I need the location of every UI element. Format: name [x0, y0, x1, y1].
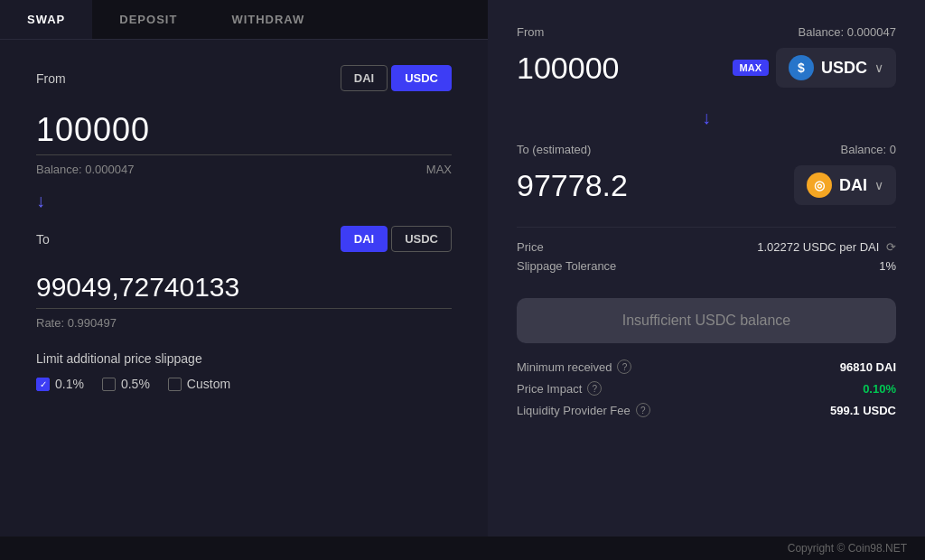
to-usdc-token-button[interactable]: USDC: [391, 226, 452, 252]
slippage-05-option[interactable]: 0.5%: [102, 377, 150, 391]
right-from-amount: 100000: [517, 51, 619, 86]
chevron-down-icon-to: ∨: [874, 178, 883, 192]
price-impact-help-icon[interactable]: ?: [587, 381, 602, 396]
right-from-label: From: [517, 25, 544, 39]
copyright: Copyright © Coin98.NET: [0, 537, 925, 560]
lp-fee-label: Liquidity Provider Fee: [517, 404, 631, 417]
slippage-01-checkbox[interactable]: [36, 378, 50, 391]
max-button[interactable]: MAX: [426, 163, 452, 176]
price-value: 1.02272 USDC per DAI ⟳: [757, 240, 896, 254]
refresh-icon[interactable]: ⟳: [886, 240, 896, 254]
slippage-title: Limit additional price slippage: [36, 351, 452, 366]
to-token-buttons: DAI USDC: [341, 226, 452, 252]
right-panel: From Balance: 0.000047 100000 MAX $ USDC…: [488, 0, 925, 537]
price-label: Price: [517, 240, 544, 254]
to-amount: 99049,72740133: [36, 263, 452, 309]
right-balance-to-display: Balance: 0: [841, 143, 896, 156]
slippage-section: Limit additional price slippage 0.1% 0.5…: [36, 351, 452, 391]
min-received-label: Minimum received: [517, 360, 612, 374]
lp-fee-row: Liquidity Provider Fee ? 599.1 USDC: [517, 403, 896, 417]
right-token-from-name: USDC: [821, 59, 867, 78]
balance-display: Balance: 0.000047: [36, 163, 134, 176]
min-received-value: 96810 DAI: [840, 360, 896, 374]
slippage-custom-label: Custom: [187, 377, 230, 391]
lp-fee-value: 599.1 USDC: [830, 404, 896, 417]
min-received-row: Minimum received ? 96810 DAI: [517, 359, 896, 374]
from-token-buttons: DAI USDC: [341, 65, 452, 91]
tab-deposit[interactable]: DEPOSIT: [92, 0, 204, 39]
divider: [517, 227, 896, 228]
min-received-help-icon[interactable]: ?: [617, 359, 631, 374]
slippage-05-label: 0.5%: [121, 377, 150, 391]
left-panel: SWAP DEPOSIT WITHDRAW From DAI USDC 1000…: [0, 0, 488, 537]
dai-icon: ◎: [807, 173, 832, 198]
from-label: From: [36, 71, 66, 86]
right-to-label: To (estimated): [517, 143, 591, 156]
right-to-amount: 97778.2: [517, 168, 628, 203]
swap-direction-arrow[interactable]: ↓: [36, 191, 452, 211]
right-balance-display: Balance: 0.000047: [799, 25, 896, 39]
lp-fee-help-icon[interactable]: ?: [636, 403, 650, 417]
details-section: Minimum received ? 96810 DAI Price Impac…: [517, 359, 896, 425]
slippage-01-label: 0.1%: [55, 377, 84, 391]
to-label: To: [36, 232, 50, 247]
slippage-01-option[interactable]: 0.1%: [36, 377, 84, 391]
to-dai-token-button[interactable]: DAI: [341, 226, 388, 252]
price-impact-row: Price Impact ? 0.10%: [517, 381, 896, 396]
slippage-tolerance-label: Slippage Tolerance: [517, 259, 616, 273]
usdc-icon: $: [789, 55, 814, 80]
right-swap-arrow: ↓: [517, 107, 896, 128]
right-token-to-name: DAI: [839, 176, 867, 195]
right-max-badge[interactable]: MAX: [733, 60, 769, 76]
slippage-custom-option[interactable]: Custom: [168, 377, 230, 391]
tabs: SWAP DEPOSIT WITHDRAW: [0, 0, 488, 40]
usdc-token-button[interactable]: USDC: [391, 65, 452, 91]
price-impact-label: Price Impact: [517, 382, 582, 396]
slippage-options: 0.1% 0.5% Custom: [36, 377, 452, 391]
right-token-selector-from[interactable]: $ USDC ∨: [776, 48, 896, 88]
dai-token-button[interactable]: DAI: [341, 65, 388, 91]
right-token-selector-to[interactable]: ◎ DAI ∨: [794, 165, 896, 205]
chevron-down-icon: ∨: [874, 61, 883, 75]
left-content: From DAI USDC 100000 Balance: 0.000047 M…: [0, 40, 488, 537]
swap-button[interactable]: Insufficient USDC balance: [517, 298, 896, 343]
slippage-05-checkbox[interactable]: [102, 378, 116, 391]
price-impact-value: 0.10%: [863, 382, 896, 396]
from-amount[interactable]: 100000: [36, 102, 452, 155]
tab-withdraw[interactable]: WITHDRAW: [204, 0, 332, 39]
slippage-custom-checkbox[interactable]: [168, 378, 182, 391]
tab-swap[interactable]: SWAP: [0, 0, 92, 39]
rate-display: Rate: 0.990497: [36, 316, 452, 330]
slippage-tolerance-value: 1%: [879, 259, 896, 273]
